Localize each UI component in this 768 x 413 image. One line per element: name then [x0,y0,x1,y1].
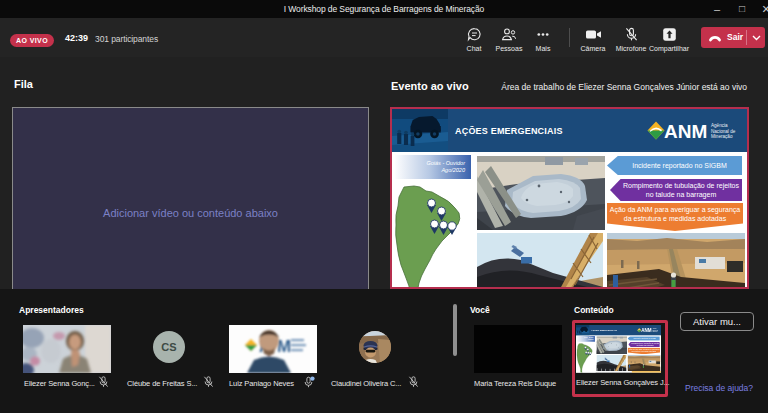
svg-text:Mineração: Mineração [711,134,733,139]
svg-text:ANM: ANM [664,121,707,142]
svg-text:Mineração: Mineração [652,330,657,333]
svg-text:M: M [277,337,291,356]
svg-text:Agência: Agência [711,123,728,128]
svg-text:Nacional de: Nacional de [711,129,736,134]
svg-text:ANM: ANM [641,328,652,333]
